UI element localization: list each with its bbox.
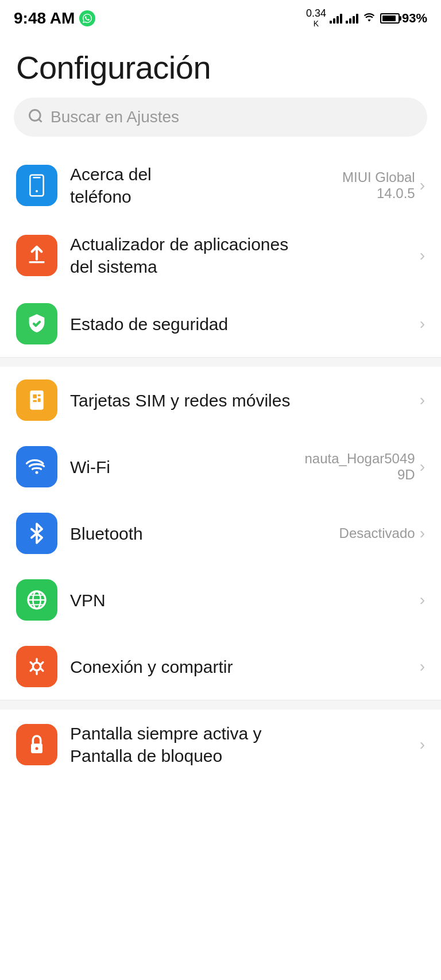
sim-cards-title: Tarjetas SIM y redes móviles [70,389,407,412]
group-separator-1 [0,358,441,367]
connection-sharing-right: › [420,657,425,676]
settings-group-display: Pantalla siempre activa yPantalla de blo… [0,710,441,780]
settings-group-connectivity: Tarjetas SIM y redes móviles › Wi-Fi nau… [0,367,441,700]
group-separator-2 [0,700,441,710]
always-on-display-title: Pantalla siempre activa yPantalla de blo… [70,722,407,767]
vpn-chevron: › [420,591,425,609]
upload-icon [16,235,57,276]
settings-item-security-status[interactable]: Estado de seguridad › [0,290,441,357]
always-on-display-content: Pantalla siempre activa yPantalla de blo… [70,722,407,767]
status-bar: 9:48 AM 0.34 K [0,0,441,33]
about-phone-content: Acerca delteléfono [70,163,330,208]
svg-point-12 [33,663,40,671]
settings-item-bluetooth[interactable]: Bluetooth Desactivado › [0,500,441,567]
bluetooth-value: Desactivado [339,525,415,541]
settings-item-vpn[interactable]: VPN › [0,567,441,633]
search-container: Buscar en Ajustes [0,98,441,150]
app-updater-right: › [420,246,425,265]
svg-rect-5 [33,394,37,398]
signal-bars-2 [346,13,358,24]
settings-group-top: Acerca delteléfono MIUI Global14.0.5 › A… [0,150,441,358]
about-phone-value: MIUI Global14.0.5 [342,169,415,202]
connection-sharing-content: Conexión y compartir [70,656,407,678]
wifi-content: Wi-Fi [70,456,292,478]
svg-rect-6 [33,400,37,402]
connection-sharing-chevron: › [420,657,425,676]
svg-point-2 [36,190,38,192]
app-updater-chevron: › [420,246,425,265]
search-input-placeholder: Buscar en Ajustes [51,108,179,126]
share-icon [16,646,57,687]
sim-icon [16,379,57,421]
status-right: 0.34 K 93% [306,8,427,28]
security-status-title: Estado de seguridad [70,313,407,335]
phone-icon [16,165,57,206]
bluetooth-right: Desactivado › [339,524,425,543]
security-status-right: › [420,315,425,333]
wifi-chevron: › [420,458,425,476]
wifi-icon [16,446,57,487]
about-phone-chevron: › [420,176,425,195]
vpn-title: VPN [70,589,407,611]
search-icon [28,108,44,126]
always-on-display-chevron: › [420,735,425,754]
svg-rect-8 [38,398,41,402]
lock-screen-icon [16,724,57,765]
vpn-right: › [420,591,425,609]
page-title: Configuración [0,33,441,98]
sim-cards-right: › [420,391,425,409]
settings-item-connection-sharing[interactable]: Conexión y compartir › [0,633,441,700]
svg-point-9 [36,471,38,474]
data-speed-display: 0.34 K [306,8,326,28]
wifi-right: nauta_Hogar50499D › [305,451,425,483]
app-updater-title: Actualizador de aplicacionesdel sistema [70,233,407,278]
connection-sharing-title: Conexión y compartir [70,656,407,678]
shield-icon [16,303,57,344]
security-status-content: Estado de seguridad [70,313,407,335]
bluetooth-icon [16,513,57,554]
svg-rect-7 [38,394,41,396]
bluetooth-content: Bluetooth [70,522,327,545]
search-bar[interactable]: Buscar en Ajustes [14,98,427,137]
settings-item-about-phone[interactable]: Acerca delteléfono MIUI Global14.0.5 › [0,150,441,220]
about-phone-title: Acerca delteléfono [70,163,330,208]
always-on-display-right: › [420,735,425,754]
bluetooth-chevron: › [420,524,425,543]
app-updater-content: Actualizador de aplicacionesdel sistema [70,233,407,278]
bluetooth-title: Bluetooth [70,522,327,545]
sim-cards-chevron: › [420,391,425,409]
wifi-status-icon [362,10,377,26]
settings-item-app-updater[interactable]: Actualizador de aplicacionesdel sistema … [0,220,441,290]
vpn-icon [16,579,57,621]
svg-point-0 [30,110,41,121]
svg-rect-4 [30,391,43,410]
svg-point-14 [36,747,38,750]
signal-bars-1 [330,13,342,24]
settings-item-sim-cards[interactable]: Tarjetas SIM y redes móviles › [0,367,441,433]
vpn-content: VPN [70,589,407,611]
battery-percentage: 93% [402,11,427,26]
wifi-title: Wi-Fi [70,456,292,478]
settings-section: Acerca delteléfono MIUI Global14.0.5 › A… [0,150,441,780]
svg-rect-3 [33,177,40,179]
wifi-value: nauta_Hogar50499D [305,451,415,483]
status-left: 9:48 AM [14,9,95,28]
sim-cards-content: Tarjetas SIM y redes móviles [70,389,407,412]
time-display: 9:48 AM [14,9,75,28]
settings-item-wifi[interactable]: Wi-Fi nauta_Hogar50499D › [0,433,441,500]
whatsapp-icon [79,10,95,26]
security-status-chevron: › [420,315,425,333]
battery-indicator: 93% [380,11,427,26]
about-phone-right: MIUI Global14.0.5 › [342,169,425,202]
settings-item-always-on-display[interactable]: Pantalla siempre activa yPantalla de blo… [0,710,441,780]
